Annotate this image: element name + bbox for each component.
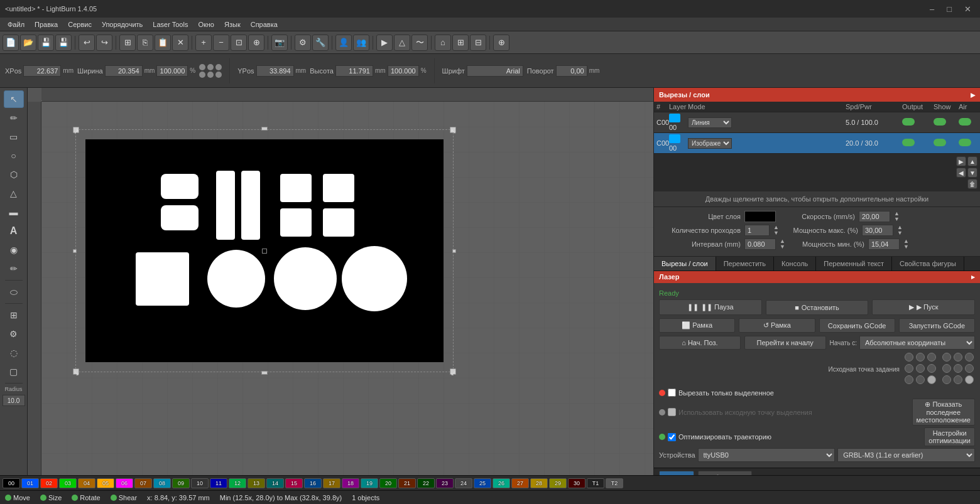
array-tool-button[interactable]: ⊞ — [4, 306, 24, 324]
pin-tool-button[interactable]: ◉ — [4, 241, 24, 259]
open-file-button[interactable]: 📂 — [20, 35, 36, 51]
menu-item-файл[interactable]: Файл — [3, 19, 30, 29]
origin2-tr[interactable] — [965, 353, 974, 362]
grid-button[interactable]: ⊞ — [452, 35, 469, 51]
color-swatch-28[interactable]: 28 — [530, 478, 548, 488]
cuts-delete-button[interactable]: 🗑 — [967, 179, 977, 189]
laser-header-expand[interactable]: ▸ — [971, 273, 975, 281]
home-button[interactable]: ⌂ — [435, 35, 451, 51]
origin2-ml[interactable] — [942, 364, 951, 373]
interval-input[interactable] — [744, 239, 776, 250]
polygon-tool-button[interactable]: ⬡ — [4, 166, 24, 183]
origin2-tl[interactable] — [942, 353, 951, 362]
gear-tool-button[interactable]: ⚙ — [4, 325, 24, 343]
handle-br[interactable]: ↙ — [450, 368, 456, 375]
home-button[interactable]: ⌂ Нач. Поз. — [659, 336, 741, 350]
menu-item-упорядочить[interactable]: Упорядочить — [97, 19, 148, 29]
origin-mm[interactable] — [916, 364, 925, 373]
height-input[interactable] — [335, 65, 373, 77]
rect-tool-button[interactable]: ▭ — [4, 128, 24, 146]
ellipse-tool-button[interactable]: ⬭ — [4, 283, 24, 301]
handle-tm[interactable] — [261, 127, 268, 131]
origin2-br[interactable] — [965, 375, 974, 384]
cuts-expand-button[interactable]: ▸ — [971, 90, 975, 100]
color-swatch-19[interactable]: 19 — [361, 478, 378, 488]
copy-button[interactable]: ⎘ — [137, 35, 153, 51]
color-swatch-20[interactable]: 20 — [379, 478, 397, 488]
save-gcode-button[interactable]: Сохранить GCode — [819, 318, 895, 333]
origin2-mr[interactable] — [965, 364, 974, 373]
zoom-in-button[interactable]: + — [195, 35, 212, 51]
frame2-button[interactable]: ↺ Рамка — [739, 318, 815, 333]
color-swatch-25[interactable]: 25 — [474, 478, 491, 488]
tab-2[interactable]: Консоль — [774, 257, 816, 271]
menu-item-язык[interactable]: Язык — [219, 19, 246, 29]
bottom-tab-1[interactable]: Библиотека — [698, 471, 752, 475]
start-button[interactable]: ▶ ▶ Пуск — [872, 299, 975, 315]
passes-input[interactable] — [744, 225, 770, 236]
width-input[interactable] — [105, 65, 143, 77]
color-swatch-17[interactable]: 17 — [323, 478, 340, 488]
color-swatch-07[interactable]: 07 — [134, 478, 152, 488]
origin-bl[interactable] — [905, 375, 913, 384]
select-all-button[interactable]: ⊞ — [119, 35, 136, 51]
radius-input[interactable] — [3, 395, 25, 406]
camera-button[interactable]: 📷 — [271, 35, 288, 51]
color-swatch-03[interactable]: 03 — [59, 478, 77, 488]
menu-item-правка[interactable]: Правка — [30, 19, 63, 29]
frame1-button[interactable]: ⬜ Рамка — [659, 318, 735, 333]
origin-mr[interactable] — [927, 364, 936, 373]
minimize-button[interactable]: – — [926, 3, 938, 15]
stop-button[interactable]: ■ Остановить — [766, 300, 869, 315]
more-button[interactable]: ⊕ — [493, 35, 509, 51]
handle-bl[interactable]: ↘ — [73, 368, 79, 375]
pen-tool-button[interactable]: ✏ — [4, 109, 24, 127]
width-pct-input[interactable] — [156, 65, 188, 77]
ypos-input[interactable] — [256, 65, 294, 77]
speed-input[interactable] — [859, 211, 890, 222]
origin2-bl[interactable] — [942, 375, 951, 384]
color-swatch-21[interactable]: 21 — [398, 478, 416, 488]
color-swatch[interactable] — [744, 211, 776, 222]
work-area[interactable]: ↗ ↖ ↘ ↙ — [85, 139, 444, 362]
device-select[interactable]: ttyUSB0 — [698, 448, 836, 462]
handle-mr[interactable] — [452, 249, 456, 253]
color-swatch-09[interactable]: 09 — [172, 478, 190, 488]
bottom-tab-0[interactable]: Лазер — [659, 471, 694, 475]
cuts-scroll-up[interactable]: ▲ — [967, 156, 977, 166]
zoom-fit-button[interactable]: ⊡ — [231, 35, 247, 51]
color-swatch-16[interactable]: 16 — [304, 478, 322, 488]
select-tool-button[interactable]: ↖ — [4, 90, 24, 108]
pencil-tool-button[interactable]: ✏ — [4, 260, 24, 277]
optimize-checkbox[interactable] — [668, 433, 676, 441]
color-swatch-06[interactable]: 06 — [116, 478, 133, 488]
power-min-down[interactable]: ▼ — [903, 244, 909, 250]
power-min-input[interactable] — [868, 239, 900, 250]
color-swatch-29[interactable]: 29 — [549, 478, 567, 488]
color-swatch-08[interactable]: 08 — [153, 478, 171, 488]
tab-0[interactable]: Вырезы / слои — [654, 257, 716, 271]
origin2-tm[interactable] — [954, 353, 962, 362]
run-gcode-button[interactable]: Запустить GCode — [899, 318, 975, 333]
color-swatch-T1[interactable]: T1 — [587, 478, 604, 488]
origin-tr[interactable] — [927, 353, 936, 362]
menu-item-сервис[interactable]: Сервис — [63, 19, 97, 29]
crop-tool-button[interactable]: ▢ — [4, 363, 24, 380]
triangle-button[interactable]: △ — [394, 35, 410, 51]
cut-row-0[interactable]: C00 00 Линия Изображение 5.0 / 100.0 — [654, 112, 980, 133]
redo-button[interactable]: ↪ — [96, 35, 112, 51]
color-swatch-04[interactable]: 04 — [78, 478, 95, 488]
menu-item-справка[interactable]: Справка — [246, 19, 283, 29]
color-swatch-11[interactable]: 11 — [210, 478, 227, 488]
save-file-button[interactable]: 💾 — [38, 35, 54, 51]
cuts-right-arrow[interactable]: ▶ — [956, 156, 966, 166]
color-swatch-14[interactable]: 14 — [266, 478, 284, 488]
canvas-area[interactable]: // rendered via JS below — [28, 88, 653, 475]
zoom-selection-button[interactable]: ⊕ — [248, 35, 264, 51]
xpos-input[interactable] — [23, 65, 61, 77]
origin-ml[interactable] — [905, 364, 913, 373]
passes-down[interactable]: ▼ — [773, 230, 779, 236]
color-swatch-13[interactable]: 13 — [248, 478, 265, 488]
align-button[interactable]: ⊟ — [470, 35, 486, 51]
color-swatch-27[interactable]: 27 — [511, 478, 529, 488]
